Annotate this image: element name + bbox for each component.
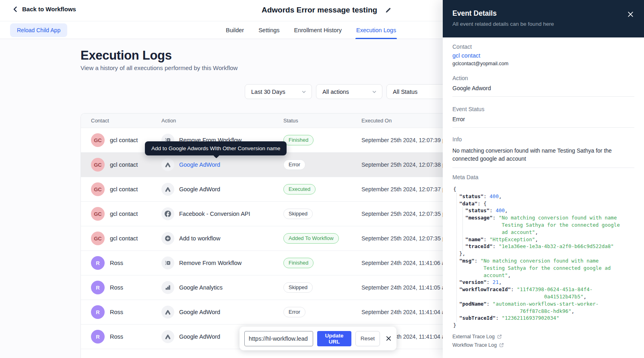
divider <box>452 127 634 128</box>
filter-value: All actions <box>322 89 349 95</box>
action-label: Remove From Workflow <box>179 260 242 266</box>
divider <box>452 96 634 97</box>
tab-enrollment-history[interactable]: Enrollment History <box>293 21 343 39</box>
contact-cell: GCgcl contact <box>91 182 161 196</box>
contact-cell: GCgcl contact <box>91 232 161 245</box>
action-tooltip: Add to Google Adwords WIth Other Convers… <box>145 141 287 155</box>
panel-subtitle: All event related details can be found h… <box>452 21 634 27</box>
contact-name: gcl contact <box>110 186 138 192</box>
contact-cell: RRoss <box>91 281 161 294</box>
external-link-icon <box>497 334 502 339</box>
code-line: "data": { <box>453 200 634 207</box>
event-status-value: Error <box>452 116 634 122</box>
status-cell: Error <box>283 307 361 317</box>
page-subtitle: View a history of all executions perform… <box>80 64 237 71</box>
google-adword-icon <box>161 306 174 319</box>
contact-name: Ross <box>110 284 123 291</box>
link-label: External Trace Log <box>452 334 495 339</box>
url-update-popover: Update URL Reset <box>239 327 396 350</box>
code-line: { <box>453 186 634 193</box>
page-title: Execution Logs <box>80 48 172 63</box>
event-status-label: Event Status <box>452 106 634 112</box>
status-badge: Executed <box>283 184 316 195</box>
external-trace-log-link[interactable]: External Trace Log <box>452 334 634 339</box>
tab-builder[interactable]: Builder <box>225 21 245 39</box>
action-value: Google Adword <box>452 85 634 91</box>
avatar: R <box>91 330 105 344</box>
column-header-status: Status <box>283 118 361 124</box>
action-label: Google AdWord <box>179 186 220 192</box>
external-link-icon <box>499 343 504 348</box>
edit-title-icon[interactable] <box>385 7 391 13</box>
action-cell: Facebook - Conversion API <box>161 207 283 220</box>
code-line: "name": "HttpException", <box>453 236 634 243</box>
tab-execution-logs[interactable]: Execution Logs <box>355 21 397 39</box>
tab-settings[interactable]: Settings <box>258 21 280 39</box>
close-url-popover-icon[interactable] <box>386 335 392 341</box>
status-cell: Skipped <box>283 209 361 219</box>
code-line: }, <box>453 250 634 257</box>
add-to-workflow-icon <box>161 232 174 245</box>
contact-email: gclcontact@yopmail.com <box>452 61 634 66</box>
action-cell: Remove From Workflow <box>161 257 283 269</box>
update-url-button[interactable]: Update URL <box>317 331 351 346</box>
status-badge: Finished <box>283 258 314 268</box>
status-badge: Error <box>283 159 305 170</box>
meta-data-code: { "status": 400, "data": { "status": 400… <box>452 186 634 329</box>
code-line: Testing Sathya for the connected google <box>453 221 634 229</box>
contact-cell: GCgcl contact <box>91 158 161 172</box>
action-cell: Google Analytics <box>161 281 283 294</box>
avatar: GC <box>91 232 105 245</box>
code-line: ad account", <box>453 229 634 236</box>
filter-actions-select[interactable]: All actions <box>316 84 382 99</box>
contact-name: Ross <box>110 260 123 266</box>
workflow-title: Adwords Error message testing <box>262 6 377 14</box>
code-line: 0a41512b47b5", <box>453 293 634 300</box>
reset-button[interactable]: Reset <box>355 331 380 346</box>
contact-cell: GCgcl contact <box>91 207 161 221</box>
workflow-trace-log-link[interactable]: Workflow Trace Log <box>452 342 634 348</box>
code-line: "status": 400, <box>453 193 634 200</box>
status-cell: Finished <box>283 258 361 268</box>
url-input[interactable] <box>244 331 313 346</box>
workflow-tabs: BuilderSettingsEnrollment HistoryExecuti… <box>225 21 397 39</box>
indent-guide <box>456 193 457 322</box>
reload-child-app-button[interactable]: Reload Child App <box>10 23 67 37</box>
back-to-workflows-button[interactable]: Back to Workflows <box>12 6 76 12</box>
google-adword-icon <box>161 158 174 171</box>
status-badge: Added To Workflow <box>283 233 339 244</box>
code-line: "version": 21, <box>453 279 634 286</box>
action-cell: Add to workflow <box>161 232 283 245</box>
avatar: R <box>91 256 105 270</box>
action-label[interactable]: Google AdWord <box>179 161 220 168</box>
avatar: R <box>91 305 105 319</box>
avatar: GC <box>91 158 105 172</box>
filter-value: All Status <box>393 89 417 95</box>
code-line: } <box>453 322 634 329</box>
google-adword-icon <box>161 330 174 343</box>
action-cell: Google AdWord <box>161 158 283 171</box>
filter-value: Last 30 Days <box>251 89 285 95</box>
contact-name: Ross <box>110 333 123 340</box>
code-line: "message": "No matching conversion found… <box>453 214 634 221</box>
info-section-label: Info <box>452 136 634 143</box>
contact-name-link[interactable]: gcl contact <box>452 52 634 59</box>
action-section-label: Action <box>452 75 634 81</box>
contact-name: gcl contact <box>110 137 138 143</box>
action-label: Google AdWord <box>179 333 220 340</box>
panel-header: Event Details All event related details … <box>443 0 644 37</box>
contact-name: gcl contact <box>110 235 138 242</box>
status-badge: Skipped <box>283 282 313 293</box>
contact-name: Ross <box>110 309 123 315</box>
filter-date-range-select[interactable]: Last 30 Days <box>245 84 312 99</box>
contact-cell: RRoss <box>91 256 161 270</box>
contact-section-label: Contact <box>452 43 634 50</box>
status-badge: Skipped <box>283 209 313 219</box>
close-panel-icon[interactable] <box>627 11 634 18</box>
log-filters: Last 30 DaysAll actionsAll Status <box>245 84 453 99</box>
column-header-contact: Contact <box>91 118 161 124</box>
meta-data-label: Meta Data <box>452 174 634 180</box>
link-label: Workflow Trace Log <box>452 342 497 348</box>
action-label: Add to workflow <box>179 235 220 242</box>
status-badge: Error <box>283 307 305 317</box>
